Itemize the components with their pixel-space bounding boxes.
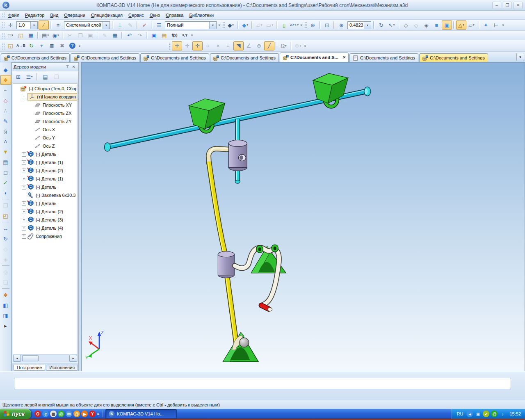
menu-сервис[interactable]: Сервис bbox=[126, 11, 147, 19]
menu-библиотеки[interactable]: Библиотеки bbox=[187, 11, 217, 19]
snap-nearest-button[interactable]: ✛ bbox=[172, 41, 182, 50]
dimension-menu-button[interactable]: A±1▾ bbox=[289, 21, 299, 30]
pin-icon[interactable]: ⊤ bbox=[64, 64, 71, 70]
tree-item-12[interactable]: +◣(-) Деталь (1) bbox=[13, 175, 77, 183]
quick-launch-overflow-icon[interactable]: » bbox=[97, 411, 99, 416]
toolbar-overflow-icon[interactable]: » bbox=[78, 45, 82, 47]
3d-viewport[interactable]: Z X Y bbox=[81, 62, 525, 371]
relations-copy-button[interactable]: ❐ bbox=[51, 72, 62, 81]
menu-спецификация[interactable]: Спецификация bbox=[88, 11, 126, 19]
expand-icon[interactable]: + bbox=[22, 185, 26, 189]
tree-item-1[interactable]: (-) Сборка (Тел-0, Сборо bbox=[13, 84, 77, 93]
tree-item-4[interactable]: Плоскость ZX bbox=[13, 109, 77, 117]
combo-dropdown-icon[interactable]: ▼ bbox=[103, 22, 110, 29]
solid-menu-button[interactable]: ◆▾ bbox=[240, 21, 250, 30]
snap-grid-button[interactable]: :: bbox=[223, 41, 233, 50]
tree-item-7[interactable]: Ось Y bbox=[13, 134, 77, 142]
combo-dropdown-icon[interactable]: ▼ bbox=[30, 22, 37, 29]
refresh-view-button[interactable]: ✦ bbox=[481, 21, 491, 30]
toolbar-grip[interactable] bbox=[2, 32, 5, 38]
snap-circle-button[interactable]: ○ bbox=[203, 41, 213, 50]
copy-properties-button[interactable]: ❐ bbox=[0, 201, 11, 210]
zoom-combo[interactable]: 0.4823▼ bbox=[347, 21, 371, 29]
wireframe-button[interactable]: ◇ bbox=[401, 21, 411, 30]
tree-structure-button[interactable]: ⊞ bbox=[13, 72, 23, 81]
tree-item-9[interactable]: +◣(-) Деталь bbox=[13, 150, 77, 158]
snap-perpendicular-button[interactable]: × bbox=[213, 41, 223, 50]
minimize-button-icon[interactable]: – bbox=[492, 2, 501, 9]
menu-редактор[interactable]: Редактор bbox=[22, 11, 47, 19]
shaded-button[interactable]: ■ bbox=[431, 21, 442, 30]
print-button[interactable]: ▤▾ bbox=[40, 31, 50, 40]
assembly-panel-button[interactable]: ❖ bbox=[0, 75, 11, 85]
open-button[interactable]: ◱ bbox=[16, 31, 26, 40]
filter-panel-button[interactable]: ▼ bbox=[0, 147, 11, 157]
array-panel-button[interactable]: ∴ bbox=[0, 106, 11, 116]
fasteners-button[interactable]: ≣ bbox=[47, 41, 57, 50]
point-panel-button[interactable]: ◇ bbox=[0, 96, 11, 105]
hide-tray-icons-icon[interactable]: ◂ bbox=[466, 411, 473, 417]
format-brush-button[interactable]: ✎ bbox=[100, 31, 110, 40]
ie-icon[interactable]: e bbox=[42, 411, 49, 417]
expand-icon[interactable]: + bbox=[22, 160, 26, 165]
simplify-button[interactable]: △▾ bbox=[456, 21, 466, 30]
document-tab-3[interactable]: C:\Documents and Settings... bbox=[140, 53, 209, 62]
collision-check-button[interactable]: ◈ bbox=[0, 254, 11, 264]
menu-операции[interactable]: Операции bbox=[61, 11, 88, 19]
expand-icon[interactable]: + bbox=[22, 177, 26, 181]
scroll-left-icon[interactable]: ◂ bbox=[13, 355, 21, 362]
roundoff-button[interactable]: ⊕▾ bbox=[293, 41, 303, 50]
document-tab-4[interactable]: C:\Documents and Settings... bbox=[210, 53, 279, 62]
document-tab-5[interactable]: C:\Documents and S...✕ bbox=[280, 52, 349, 62]
property-input[interactable] bbox=[14, 378, 511, 389]
language-indicator[interactable]: RU bbox=[457, 411, 463, 416]
help-button[interactable]: ? bbox=[67, 41, 78, 50]
specification-panel-button[interactable]: ▤ bbox=[0, 157, 11, 167]
spline-panel-button[interactable]: ~ bbox=[0, 85, 11, 95]
calculator-icon[interactable]: ▦ bbox=[50, 411, 57, 417]
volume-icon[interactable]: ♪ bbox=[499, 411, 506, 417]
zoom-area-button[interactable]: ⊡ bbox=[322, 21, 332, 30]
sheet-menu-button[interactable]: ▱▾ bbox=[254, 21, 265, 30]
magnet-button[interactable]: Ω▾ bbox=[278, 41, 289, 50]
zoom-in-button[interactable]: ⊕ bbox=[336, 21, 347, 30]
context-help-button[interactable]: ↖? bbox=[180, 31, 190, 40]
new-button[interactable]: □▾ bbox=[5, 31, 16, 40]
combo-dropdown-icon[interactable]: ▼ bbox=[364, 22, 371, 29]
tree-item-14[interactable]: (-) Заклепка 6x30.3 bbox=[13, 191, 77, 199]
body-button[interactable]: ▯ bbox=[279, 21, 289, 30]
snap-step-button[interactable]: ✛ bbox=[5, 21, 16, 30]
expand-icon[interactable]: + bbox=[22, 169, 26, 173]
exploded-view-button[interactable]: ❖ bbox=[0, 290, 11, 300]
snap-midpoint-button[interactable]: ✛ bbox=[182, 41, 192, 50]
tree-horizontal-scrollbar[interactable]: ◂ ▸ bbox=[13, 354, 77, 362]
tree-item-2[interactable]: −(т)Начало координат bbox=[13, 93, 77, 101]
mates-panel-button[interactable]: § bbox=[0, 126, 11, 136]
toolbar-overflow-icon[interactable]: » bbox=[217, 24, 221, 26]
rotate-component-button[interactable]: ↻ bbox=[0, 234, 11, 244]
rounding-toggle-button[interactable]: ∕ bbox=[39, 21, 49, 30]
tree-item-13[interactable]: +◣(-) Деталь bbox=[13, 183, 77, 191]
undo-button[interactable]: ↶ bbox=[124, 31, 135, 40]
combo-dropdown-icon[interactable]: ▼ bbox=[209, 22, 216, 29]
fx-button[interactable]: f(x) bbox=[169, 31, 180, 40]
bom-button[interactable]: ◨ bbox=[0, 310, 11, 320]
antivirus-icon[interactable]: ✔ bbox=[483, 411, 489, 417]
snap-angle-button[interactable]: ◥ bbox=[233, 41, 244, 50]
document-tab-6[interactable]: C:\Documents and Settings... bbox=[349, 53, 418, 62]
snap-align-button[interactable]: ∠ bbox=[244, 41, 254, 50]
outlook-icon[interactable]: ✉ bbox=[66, 411, 72, 417]
toolbar-grip[interactable] bbox=[168, 42, 171, 50]
menu-grip[interactable] bbox=[2, 12, 5, 18]
toolbar-overflow-icon[interactable]: » bbox=[303, 45, 307, 47]
expand-icon[interactable]: + bbox=[22, 234, 26, 239]
tree-item-11[interactable]: +◣(-) Деталь (2) bbox=[13, 167, 77, 175]
menu-справка[interactable]: Справка bbox=[163, 11, 186, 19]
hidden-thin-button[interactable]: ◈ bbox=[421, 21, 431, 30]
sketch-edit-button[interactable]: ✎ bbox=[125, 21, 135, 30]
check-panel-button[interactable]: ✓ bbox=[0, 178, 11, 187]
shaded-edges-button[interactable]: ▣ bbox=[442, 21, 452, 30]
tree-tab-построение[interactable]: Построение bbox=[14, 365, 45, 371]
tree-item-15[interactable]: +◣(-) Деталь bbox=[13, 199, 77, 208]
zoom-page-button[interactable]: ⊕ bbox=[308, 21, 318, 30]
